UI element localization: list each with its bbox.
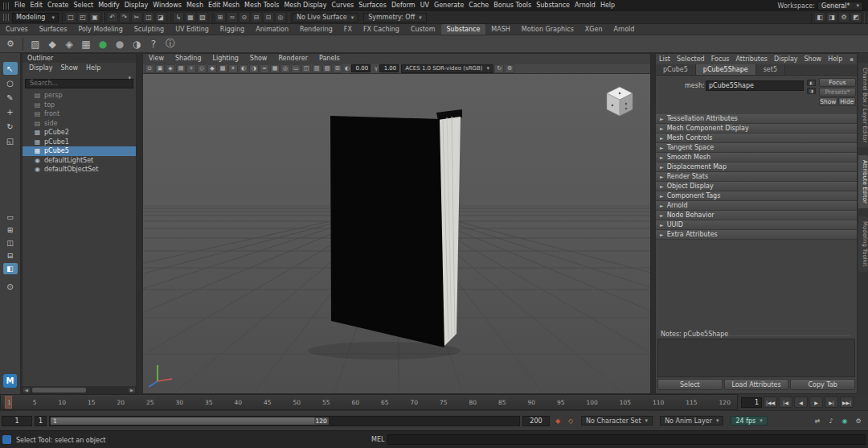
outliner-menu-item[interactable]: Show bbox=[58, 64, 82, 72]
image-plane-icon[interactable]: ▤ bbox=[176, 64, 186, 73]
snap-curve-icon[interactable]: ≈ bbox=[227, 12, 238, 23]
command-language-toggle[interactable]: MEL bbox=[371, 436, 384, 443]
menu-item[interactable]: Edit bbox=[27, 0, 45, 11]
attribute-editor-tab[interactable]: pCube5 bbox=[656, 64, 696, 75]
shaded-icon[interactable]: ◆ bbox=[207, 64, 217, 73]
menu-item[interactable]: Display bbox=[122, 0, 151, 11]
attribute-editor-menu-item[interactable]: Selected bbox=[674, 55, 708, 63]
fps-selector[interactable]: 24 fps ▾ bbox=[731, 416, 767, 425]
outliner-item[interactable]: ▦ pCube5 bbox=[23, 146, 136, 156]
menu-item[interactable]: Generate bbox=[432, 0, 466, 11]
anim-layer-selector[interactable]: No Anim Layer ▾ bbox=[660, 416, 723, 425]
shelf-tab[interactable]: Surfaces bbox=[34, 24, 73, 35]
select-button[interactable]: Select bbox=[657, 379, 723, 390]
shelf-tab[interactable]: Rendering bbox=[294, 24, 338, 35]
grid-icon[interactable]: ⊞ bbox=[333, 64, 342, 73]
shelf-tab[interactable]: UV Editing bbox=[170, 24, 215, 35]
substance-plugin-icon[interactable]: ● bbox=[96, 37, 110, 51]
shelf-tab[interactable]: XGen bbox=[579, 24, 608, 35]
outliner-hscrollbar[interactable] bbox=[31, 387, 128, 393]
select-component-icon[interactable]: ▧ bbox=[197, 12, 208, 23]
2d-pan-zoom-icon[interactable]: + bbox=[186, 64, 196, 73]
menu-item[interactable]: Modify bbox=[96, 0, 122, 11]
shelf-tab[interactable]: Rigging bbox=[215, 24, 250, 35]
shadows-icon[interactable]: ◐ bbox=[239, 64, 248, 73]
attribute-editor-menu-item[interactable]: Attributes bbox=[733, 55, 772, 63]
substance-info-icon[interactable]: ⓘ bbox=[163, 37, 178, 51]
current-frame-input[interactable] bbox=[741, 397, 762, 408]
shelf-tab[interactable]: Motion Graphics bbox=[516, 24, 579, 35]
menu-item[interactable]: Curves bbox=[329, 0, 356, 11]
ao-icon[interactable]: ◑ bbox=[249, 64, 259, 73]
outliner-menu-item[interactable]: Help bbox=[83, 64, 104, 72]
menu-item[interactable]: Mesh bbox=[184, 0, 206, 11]
outliner-item[interactable]: ▤ persp bbox=[23, 91, 136, 101]
shelf-tab[interactable]: Poly Modeling bbox=[72, 24, 128, 35]
wireframe-icon[interactable]: ◇ bbox=[197, 64, 207, 73]
menu-item[interactable]: File bbox=[12, 0, 27, 11]
shelf-tab[interactable]: Sculpting bbox=[129, 24, 170, 35]
shelf-tab[interactable]: Animation bbox=[250, 24, 294, 35]
attribute-section-header[interactable]: ► Arnold bbox=[656, 201, 857, 211]
attribute-section-header[interactable]: ► Tangent Space bbox=[656, 143, 857, 153]
exposure-input[interactable] bbox=[351, 64, 371, 72]
attribute-section-header[interactable]: ► Extra Attributes bbox=[656, 230, 857, 240]
attribute-editor-tab[interactable]: pCube5Shape bbox=[696, 64, 756, 75]
mesh-name-input[interactable] bbox=[706, 80, 804, 91]
render-settings-icon[interactable]: ⚙ bbox=[838, 12, 850, 23]
shelf-tab[interactable]: Substance bbox=[441, 24, 486, 35]
command-line-input[interactable] bbox=[387, 434, 866, 445]
attribute-editor-menu-item[interactable]: Display bbox=[771, 55, 801, 63]
playback-range-bar[interactable] bbox=[51, 417, 328, 425]
gamma-control[interactable]: γ bbox=[375, 64, 399, 72]
menu-item[interactable]: Arnold bbox=[572, 0, 598, 11]
lasso-tool[interactable]: ○ bbox=[3, 76, 18, 89]
menu-item[interactable]: Deform bbox=[389, 0, 418, 11]
hud-icon[interactable]: ▧ bbox=[322, 64, 332, 73]
outliner-item[interactable]: ◉ defaultLightSet bbox=[23, 156, 136, 166]
substance-preview-icon[interactable]: ◑ bbox=[129, 37, 144, 51]
menuset-selector[interactable]: Modeling ▾ bbox=[12, 13, 59, 23]
menu-item[interactable]: UV bbox=[418, 0, 432, 11]
substance-bake-icon[interactable]: ▦ bbox=[79, 37, 93, 51]
snap-plane-icon[interactable]: ⊟ bbox=[251, 12, 262, 23]
attribute-section-header[interactable]: ► Mesh Controls bbox=[656, 134, 857, 143]
character-set-selector[interactable]: No Character Set ▾ bbox=[581, 416, 653, 425]
redo-icon[interactable]: ↷ bbox=[119, 12, 130, 23]
undo-icon[interactable]: ↶ bbox=[107, 12, 118, 23]
exposure-control[interactable]: ◐ bbox=[345, 64, 371, 72]
auto-keyframe-icon[interactable]: ◇ bbox=[565, 416, 576, 426]
playback-start-input[interactable] bbox=[35, 416, 47, 426]
outliner-search-input[interactable] bbox=[25, 79, 133, 88]
outliner-item[interactable]: ▦ pCube2 bbox=[23, 128, 136, 138]
shelf-tab[interactable]: Arnold bbox=[608, 24, 641, 35]
hide-button[interactable]: Hide bbox=[838, 97, 857, 106]
make-live-icon[interactable]: ◎ bbox=[275, 12, 286, 23]
menu-item[interactable]: Edit Mesh bbox=[206, 0, 242, 11]
audio-icon[interactable]: ♪ bbox=[825, 416, 837, 426]
panel-tab[interactable]: Channel Box / Layer Editor bbox=[858, 63, 868, 147]
render-view-icon[interactable]: ◧ bbox=[814, 12, 825, 23]
playback-loop-icon[interactable]: ⇄ bbox=[812, 416, 823, 426]
copy-icon[interactable]: ◫ bbox=[143, 12, 154, 23]
attribute-section-header[interactable]: ► Tessellation Attributes bbox=[656, 114, 857, 124]
attribute-section-header[interactable]: ► Mesh Component Display bbox=[656, 124, 857, 134]
save-scene-icon[interactable]: ▣ bbox=[89, 12, 100, 23]
step-back-frame-button[interactable]: |◀ bbox=[779, 397, 792, 408]
two-pane-stacked-layout[interactable]: ⊟ bbox=[3, 250, 18, 261]
substance-sphere-icon[interactable]: ● bbox=[113, 37, 127, 51]
play-backwards-button[interactable]: ◀ bbox=[794, 397, 808, 408]
set-key-icon[interactable]: ◆ bbox=[552, 416, 563, 426]
input-connections-icon[interactable]: ◧ bbox=[807, 80, 816, 86]
snap-point-icon[interactable]: ⊙ bbox=[239, 12, 250, 23]
gate-mask-icon[interactable]: ◫ bbox=[301, 64, 311, 73]
menu-item[interactable]: Windows bbox=[150, 0, 184, 11]
outliner-item[interactable]: ◉ defaultObjectSet bbox=[23, 165, 136, 175]
menu-item[interactable]: Help bbox=[598, 0, 617, 11]
animation-preferences-icon[interactable]: ⚙ bbox=[853, 416, 864, 426]
focus-button[interactable]: Focus bbox=[819, 78, 856, 87]
menu-item[interactable]: Surfaces bbox=[356, 0, 389, 11]
camera-attributes-icon[interactable]: ▣ bbox=[155, 64, 165, 73]
four-pane-layout[interactable]: ⊞ bbox=[3, 224, 18, 236]
symmetry-selector[interactable]: Symmetry: Off ▾ bbox=[363, 13, 426, 23]
